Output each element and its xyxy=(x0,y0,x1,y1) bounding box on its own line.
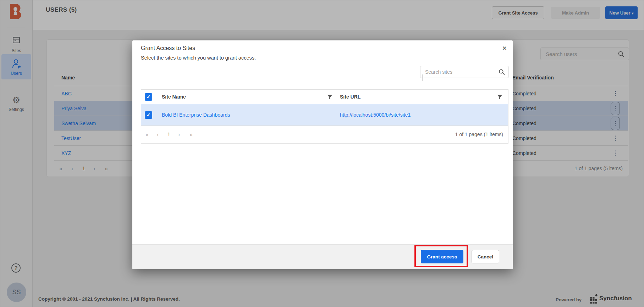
filter-icon[interactable] xyxy=(497,95,502,101)
app-window: Sites Users ⚙ Settings ? SS USERS (5) Gr… xyxy=(0,0,644,307)
column-header-site-name: Site Name xyxy=(162,90,186,104)
cancel-button[interactable]: Cancel xyxy=(472,250,499,263)
modal-subtitle: Select the sites to which you want to gr… xyxy=(141,55,256,61)
close-icon[interactable]: ✕ xyxy=(502,45,507,52)
grant-access-modal: ✕ Grant Access to Sites Select the sites… xyxy=(132,40,513,269)
next-page-icon[interactable]: › xyxy=(178,126,180,143)
select-all-checkbox[interactable]: ✓ xyxy=(145,93,152,101)
search-sites-input[interactable] xyxy=(420,66,509,78)
site-url-link[interactable]: http://localhost:5000/bi/site/site1 xyxy=(340,104,411,126)
column-header-site-url: Site URL xyxy=(340,90,360,104)
text-cursor xyxy=(423,74,423,81)
search-icon[interactable] xyxy=(499,69,505,77)
prev-page-icon[interactable]: ‹ xyxy=(157,126,159,143)
site-row-checkbox[interactable]: ✓ xyxy=(145,111,152,119)
site-row[interactable]: ✓ Bold BI Enterprise Dashboards http://l… xyxy=(141,104,508,126)
modal-title: Grant Access to Sites xyxy=(141,45,195,51)
filter-icon[interactable] xyxy=(327,95,332,101)
first-page-icon[interactable]: « xyxy=(145,126,149,143)
page-number[interactable]: 1 xyxy=(167,126,170,143)
site-name-link[interactable]: Bold BI Enterprise Dashboards xyxy=(162,104,230,126)
sites-grid-header: ✓ Site Name Site URL xyxy=(141,90,508,104)
grant-access-button[interactable]: Grant access xyxy=(421,250,463,263)
sites-grid-pager: « ‹ 1 › » 1 of 1 pages (1 items) xyxy=(141,126,508,143)
sites-grid: ✓ Site Name Site URL ✓ Bold BI Enterpris… xyxy=(141,89,508,144)
pager-summary: 1 of 1 pages (1 items) xyxy=(455,126,503,143)
last-page-icon[interactable]: » xyxy=(189,126,193,143)
